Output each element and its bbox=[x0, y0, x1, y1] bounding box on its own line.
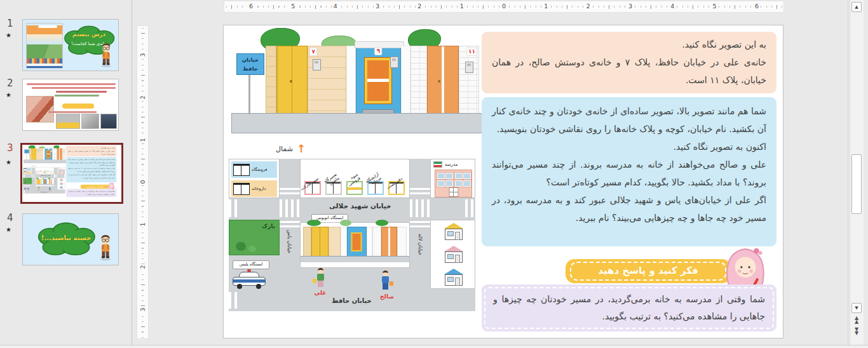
ruler-number: 5 bbox=[711, 3, 719, 10]
orange-bag bbox=[390, 281, 393, 286]
ruler-number: 3 bbox=[139, 51, 146, 58]
ruler-number: 2 bbox=[416, 3, 423, 10]
neighborhood-map-illustration[interactable]: فروشگاه داروخانه سوپرمارکت تعمیرگاه ماش bbox=[229, 159, 475, 311]
hafez-street-label: خیابان حافظ bbox=[332, 297, 372, 304]
scroll-up-button[interactable]: ▲ bbox=[851, 2, 862, 12]
ruler-number: 2 bbox=[585, 3, 592, 10]
orange-double-door bbox=[427, 46, 458, 114]
banner-label: فکر کنید و پاسخ دهید bbox=[566, 265, 731, 276]
slide-4-number: 4 bbox=[7, 212, 13, 224]
ruler-number: 1 bbox=[458, 3, 466, 10]
school-label: مدرسه bbox=[445, 162, 458, 167]
activity-text-block[interactable]: شما هم مانند تصویر بالا، تصویر ساده‌ای ا… bbox=[482, 97, 776, 246]
saleh-figure bbox=[380, 271, 390, 291]
slide-1-number: 1 bbox=[7, 18, 13, 29]
textbook-cover-image bbox=[26, 23, 63, 69]
mini-banner-shape bbox=[62, 104, 94, 109]
scroll-up-icon: ▲ bbox=[855, 4, 858, 10]
text-line-placeholder bbox=[32, 87, 116, 89]
animation-star-icon: ★ bbox=[6, 226, 11, 233]
store-label: فروشگاه bbox=[252, 167, 267, 172]
question-text-block[interactable]: شما وقتی از مدرسه به خانه برمی‌گردید، در… bbox=[482, 284, 776, 331]
iran-flag-icon bbox=[433, 161, 442, 168]
activity-paragraph: اگر علی از خیابان‌های یاس و شهید جلالی ع… bbox=[492, 191, 766, 227]
horizontal-ruler: 6 5 4 3 2 1 0 1 2 3 4 5 6 bbox=[224, 1, 784, 13]
house-plaque-9: ۹ bbox=[375, 47, 383, 55]
panel-divider bbox=[132, 0, 132, 345]
ali-figure bbox=[315, 268, 325, 288]
slide-2-number: 2 bbox=[7, 77, 13, 89]
slide-2-thumbnail[interactable] bbox=[22, 79, 119, 131]
intro-text-block[interactable]: به این تصویر نگاه کنید. خانه‌ی علی در خی… bbox=[482, 32, 776, 93]
ruler-number: 1 bbox=[139, 137, 146, 143]
animation-star-icon: ★ bbox=[6, 159, 11, 166]
north-indicator: شمال ↑ bbox=[276, 144, 306, 154]
ruler-number: 3 bbox=[374, 3, 381, 10]
yellow-double-door bbox=[276, 46, 308, 114]
animation-star-icon: ★ bbox=[6, 32, 11, 39]
taxi-photo bbox=[56, 114, 80, 129]
animation-star-icon: ★ bbox=[6, 91, 11, 98]
ruler-number: 1 bbox=[139, 222, 146, 228]
ruler-number: 0 bbox=[500, 3, 508, 10]
slide-3-thumbnail-selected[interactable]: ۷ ۹ ۱۱ bbox=[20, 143, 123, 204]
ali-label: علی bbox=[311, 290, 329, 296]
shops-block: سوپرمارکت تعمیرگاه ماشین میوه فروشی آرای… bbox=[300, 159, 410, 198]
store-pharmacy-block: فروشگاه داروخانه bbox=[229, 159, 280, 198]
ruler-number: 1 bbox=[542, 3, 550, 10]
boy-character-illustration bbox=[98, 41, 114, 70]
street-scene-illustration[interactable]: ۷ ۹ ۱۱ bbox=[231, 29, 483, 136]
laleh-street-label: خیابان لاله bbox=[417, 234, 423, 255]
yas-street-label: خیابان یاس bbox=[287, 230, 292, 253]
houses-column-block bbox=[430, 220, 475, 289]
status-bar-edge bbox=[0, 345, 868, 348]
ruler-number: 3 bbox=[627, 3, 634, 10]
plaque-install-photo bbox=[26, 96, 54, 123]
ruler-number: 6 bbox=[247, 3, 255, 10]
scroll-down-button[interactable]: ▼ bbox=[851, 303, 862, 313]
activity-paragraph: علی و صالح می‌خواهند از خانه به مدرسه بر… bbox=[492, 156, 766, 191]
activity-paragraph: اکنون به تصویر نگاه کنید. bbox=[492, 138, 766, 156]
intercom-panel bbox=[313, 59, 321, 70]
police-car-illustration bbox=[233, 272, 266, 287]
north-label: شمال bbox=[276, 145, 293, 153]
doorway-photo bbox=[100, 114, 117, 129]
intercom-panel bbox=[390, 57, 398, 68]
boy-character-illustration bbox=[97, 233, 114, 264]
text-line-placeholder bbox=[27, 83, 116, 85]
closing-cloud-shape: خسته نباشید...! bbox=[34, 219, 98, 260]
slide-thumbnail-panel: 1 ★ درس بیستم خانه‌ی شما کجاست؟ bbox=[0, 0, 130, 345]
storefront-icon bbox=[233, 164, 250, 176]
editor-divider bbox=[848, 0, 848, 345]
yellow-bag bbox=[313, 279, 316, 283]
scrollbar-thumb[interactable] bbox=[851, 154, 862, 214]
hafez-street-sign: خیابان حافظ bbox=[236, 53, 264, 75]
storefront-icon bbox=[233, 183, 250, 195]
ruler-number: 4 bbox=[332, 3, 339, 10]
park-block: پارک bbox=[229, 220, 280, 255]
saleh-label: صالح bbox=[376, 293, 398, 300]
ruler-number: 0 bbox=[139, 179, 146, 185]
slide-1-thumbnail[interactable]: درس بیستم خانه‌ی شما کجاست؟ bbox=[22, 19, 119, 71]
previous-slide-button[interactable]: ▲▲ bbox=[852, 316, 861, 324]
pharmacy-label: داروخانه bbox=[252, 186, 266, 191]
house-facades: ۷ ۹ ۱۱ bbox=[266, 46, 479, 113]
pharmacy-row: داروخانه bbox=[231, 180, 277, 197]
store-row: فروشگاه bbox=[231, 161, 277, 178]
text-line-placeholder bbox=[48, 111, 97, 113]
think-and-answer-banner[interactable]: فکر کنید و پاسخ دهید bbox=[566, 259, 731, 283]
intro-line-2: خانه‌ی علی در خیابان حافظ، پلاک ۷ و خانه… bbox=[492, 53, 766, 89]
ruler-number: 2 bbox=[139, 264, 146, 271]
tree-illustration bbox=[248, 246, 256, 252]
orange-framed-door bbox=[365, 58, 391, 104]
slide-4-thumbnail[interactable]: خسته نباشید...! bbox=[22, 213, 119, 265]
school-door bbox=[449, 187, 458, 197]
next-slide-button[interactable]: ▼▼ bbox=[852, 328, 861, 335]
ruler-number: 2 bbox=[139, 94, 146, 100]
slide-canvas[interactable]: ۷ ۹ ۱۱ bbox=[224, 25, 783, 338]
closing-message: خسته نباشید...! bbox=[34, 234, 98, 241]
jalali-street-label: خیابان شهید جلالی bbox=[329, 202, 391, 210]
ruler-number: 3 bbox=[139, 306, 146, 312]
house-plaque-7: ۷ bbox=[309, 48, 317, 56]
houses-block bbox=[300, 222, 410, 268]
